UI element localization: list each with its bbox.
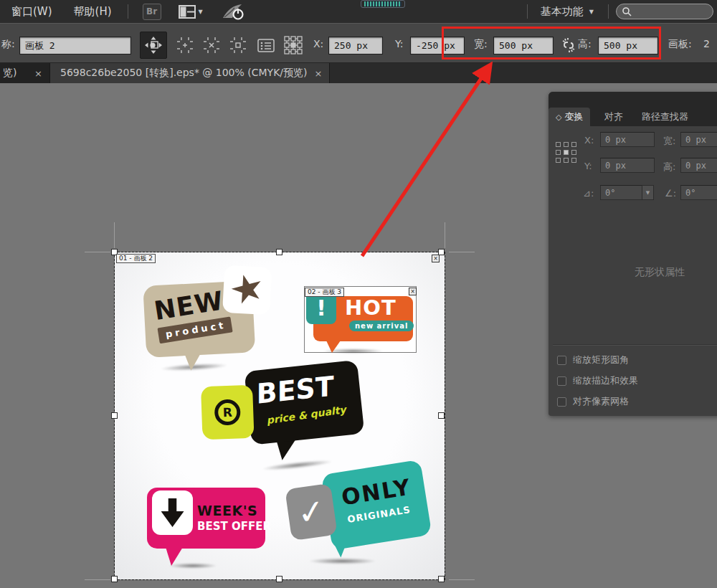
- menu-separator: [128, 4, 128, 19]
- handle-mid-right[interactable]: [438, 412, 445, 419]
- menu-bar: 窗口(W) 帮助(H) Br ▼ 基本功能: [0, 0, 717, 23]
- constrain-proportions-button[interactable]: [558, 34, 579, 56]
- sticker-new-product[interactable]: NEW product: [142, 265, 284, 379]
- close-icon[interactable]: ×: [409, 288, 417, 295]
- tab-transform[interactable]: ◇ 变换: [549, 108, 590, 126]
- height-label: 高:: [578, 38, 592, 51]
- bridge-icon[interactable]: Br: [143, 4, 161, 20]
- star-icon: [228, 270, 266, 308]
- search-icon: [622, 6, 632, 16]
- search-input[interactable]: [616, 4, 713, 19]
- chevron-down-icon: ▼: [199, 9, 203, 15]
- y-label: Y:: [395, 38, 403, 49]
- artboard-2[interactable]: HOT new arrival ! 02 - 画板 3 ×: [304, 286, 417, 353]
- cs-live-icon[interactable]: [222, 3, 244, 21]
- chevron-down-icon: ▼: [589, 9, 594, 15]
- panel-width-input[interactable]: 0 px: [680, 132, 717, 147]
- panel-rotate-label: ⊿:: [583, 188, 594, 199]
- artboard-name-input[interactable]: 画板 2: [19, 37, 131, 54]
- nine-point-grid-icon: [284, 36, 303, 54]
- sticker-title: HOT: [345, 295, 397, 320]
- crop-x-icon: [204, 37, 219, 53]
- checkbox-icon[interactable]: [557, 356, 566, 365]
- tab-align[interactable]: 对齐: [597, 108, 630, 126]
- reference-point-locator[interactable]: [556, 142, 576, 163]
- preset-cross-button[interactable]: [201, 34, 222, 56]
- performance-gauge: [361, 0, 405, 8]
- transform-panel: ◇ 变换 对齐 路径查找器 X: 0 px 宽: 0 px Y: 0 px 高:…: [549, 92, 717, 416]
- checkbox-scale-strokes[interactable]: 缩放描边和效果: [557, 374, 638, 387]
- handle-top-mid[interactable]: [276, 249, 282, 255]
- y-input[interactable]: -250 px: [410, 37, 465, 54]
- height-input[interactable]: 500 px: [598, 37, 658, 54]
- close-icon[interactable]: ×: [315, 68, 323, 79]
- menu-separator: [527, 4, 528, 19]
- arrange-documents-button[interactable]: ▼: [179, 5, 203, 19]
- artboard-control-bar: 称: 画板 2: [0, 23, 717, 63]
- panel-x-input[interactable]: 0 px: [600, 132, 655, 147]
- bubble-tail: [326, 341, 341, 353]
- down-arrow-icon: [161, 498, 184, 527]
- reference-point-button[interactable]: [282, 34, 304, 56]
- x-input[interactable]: 250 px: [328, 37, 383, 54]
- collapse-panel-icon[interactable]: ◇: [556, 113, 561, 122]
- artboard-options-button[interactable]: [255, 34, 277, 56]
- panel-x-label: X:: [584, 135, 594, 146]
- sticker-only[interactable]: ✓ ONLY ORIGINALS: [287, 465, 430, 572]
- menu-help[interactable]: 帮助(H): [70, 5, 116, 19]
- handle-bottom-right[interactable]: [438, 576, 445, 582]
- panel-y-input[interactable]: 0 px: [600, 158, 655, 173]
- artboard[interactable]: × 01 - 画板 2 NEW product HOT new arrival …: [115, 252, 445, 579]
- arrow-badge: [152, 490, 193, 535]
- panel-width-label: 宽:: [663, 135, 675, 148]
- artboard-count-value: 2: [703, 38, 710, 49]
- preset-landscape-button[interactable]: [174, 34, 196, 56]
- menu-window[interactable]: 窗口(W): [7, 5, 57, 19]
- checkbox-scale-corners[interactable]: 缩放矩形圆角: [557, 354, 629, 366]
- artboard-name-label: 称:: [1, 38, 15, 51]
- document-tab-active[interactable]: 5698c26be2050 [转换].eps* @ 100% (CMYK/预览)…: [50, 63, 330, 83]
- document-tab-inactive[interactable]: 览) ×: [0, 63, 50, 83]
- arrange-documents-icon: [179, 5, 196, 19]
- artboard-count-label: 画板:: [668, 38, 692, 51]
- sticker-subtitle: new arrival: [349, 321, 414, 331]
- checkbox-icon[interactable]: [557, 376, 566, 386]
- sticker-weeks[interactable]: WEEK'S BEST OFFER: [147, 485, 272, 572]
- handle-mid-left[interactable]: [111, 412, 118, 419]
- checkbox-align-pixel-grid[interactable]: 对齐像素网格: [557, 395, 629, 408]
- width-input[interactable]: 500 px: [493, 37, 554, 54]
- registered-badge: R: [201, 385, 255, 440]
- crop-mark: [449, 252, 475, 252]
- artboard1-tag[interactable]: 01 - 画板 2: [116, 254, 156, 263]
- preset-square-button[interactable]: [227, 34, 249, 56]
- check-badge: ✓: [285, 483, 337, 541]
- x-label: X:: [313, 38, 323, 49]
- sticker-subtitle: BEST OFFER: [197, 520, 271, 533]
- close-icon[interactable]: ×: [34, 68, 42, 79]
- delete-artboard-icon[interactable]: ×: [432, 255, 440, 262]
- artboard2-tag[interactable]: 02 - 画板 3: [305, 288, 344, 297]
- panel-y-label: Y:: [584, 161, 592, 171]
- no-shape-attributes-message: 无形状属性: [549, 266, 717, 279]
- crop-square-icon: [230, 37, 246, 53]
- panel-shear-input[interactable]: 0°: [680, 185, 717, 200]
- sticker-title: WEEK'S: [197, 503, 257, 518]
- panel-divider: [553, 344, 717, 345]
- document-title: 5698c26be2050 [转换].eps* @ 100% (CMYK/预览): [60, 67, 308, 80]
- rotate-dropdown-button[interactable]: ▼: [642, 185, 654, 200]
- panel-rotate-input[interactable]: 0°: [600, 185, 642, 200]
- workspace-switcher[interactable]: 基本功能: [541, 5, 584, 19]
- handle-bottom-mid[interactable]: [276, 576, 282, 582]
- crop-mark: [449, 579, 475, 580]
- broken-link-icon: [560, 37, 577, 54]
- panel-height-label: 高:: [663, 161, 675, 174]
- crop-mark: [445, 222, 445, 248]
- crop-plus-icon: [177, 37, 193, 53]
- handle-bottom-left[interactable]: [111, 576, 118, 582]
- panel-height-input[interactable]: 0 px: [680, 158, 717, 173]
- bubble-tail: [166, 547, 183, 566]
- registered-icon: R: [214, 399, 241, 425]
- move-artboard-button[interactable]: [140, 32, 167, 59]
- tab-pathfinder[interactable]: 路径查找器: [635, 108, 695, 126]
- checkbox-icon[interactable]: [557, 397, 566, 407]
